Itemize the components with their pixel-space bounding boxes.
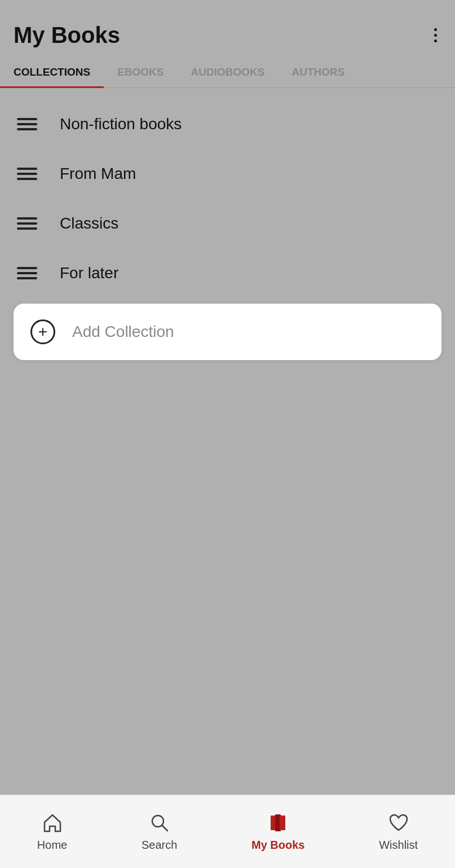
nav-item-wishlist[interactable]: Wishlist: [368, 806, 429, 857]
nav-label-home: Home: [37, 839, 67, 852]
svg-rect-4: [280, 816, 285, 830]
list-item[interactable]: For later: [0, 248, 455, 298]
list-item[interactable]: Classics: [0, 199, 455, 248]
page-title: My Books: [14, 23, 120, 48]
wishlist-icon: [387, 812, 410, 834]
list-icon: [17, 267, 37, 279]
add-collection-button[interactable]: Add Collection: [14, 304, 441, 360]
tab-audiobooks[interactable]: AUDIOBOOKS: [178, 57, 279, 87]
tab-authors[interactable]: AUTHORS: [278, 57, 358, 87]
nav-item-search[interactable]: Search: [130, 806, 188, 857]
tab-collections[interactable]: COLLECTIONS: [0, 57, 104, 87]
header: My Books: [0, 0, 455, 48]
mybooks-icon: [267, 812, 289, 834]
collection-name: Classics: [60, 214, 118, 233]
svg-line-1: [162, 825, 167, 831]
tab-ebooks[interactable]: EBOOKS: [104, 57, 177, 87]
nav-label-wishlist: Wishlist: [379, 839, 418, 852]
list-item[interactable]: From Mam: [0, 149, 455, 199]
list-item[interactable]: Non-fiction books: [0, 99, 455, 149]
more-options-button[interactable]: [430, 24, 441, 47]
collection-name: From Mam: [60, 165, 136, 183]
nav-label-mybooks: My Books: [251, 839, 304, 852]
nav-label-search: Search: [142, 839, 177, 852]
home-icon: [41, 812, 64, 834]
collection-name: Non-fiction books: [60, 115, 182, 133]
add-circle-icon: [30, 319, 55, 344]
list-icon: [17, 217, 37, 230]
collections-list: Non-fiction books From Mam Classics For …: [0, 88, 455, 868]
list-icon: [17, 118, 37, 130]
list-icon: [17, 168, 37, 180]
bottom-navigation: Home Search My Books Wishlist: [0, 795, 455, 868]
add-collection-label: Add Collection: [72, 323, 174, 341]
search-icon: [148, 812, 171, 834]
collection-name: For later: [60, 264, 118, 282]
nav-item-mybooks[interactable]: My Books: [240, 806, 316, 857]
tab-bar: COLLECTIONS EBOOKS AUDIOBOOKS AUTHORS: [0, 57, 455, 88]
nav-item-home[interactable]: Home: [26, 806, 78, 857]
